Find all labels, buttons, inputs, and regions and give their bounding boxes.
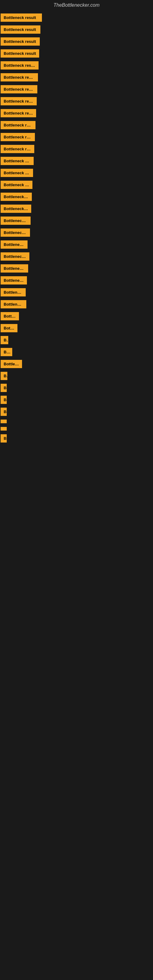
list-item: Bottler [1,310,153,322]
bottleneck-label: Bottleneck result [1,49,39,57]
list-item: Bottleneck result [1,191,153,203]
list-item: B [1,394,153,406]
bottleneck-label: Bo [1,372,7,380]
list-item: Bottleneck result [1,12,153,24]
bottleneck-label: B [1,407,7,416]
items-container: Bottleneck resultBottleneck resultBottle… [0,10,153,444]
list-item: Bottleneck result [1,24,153,35]
list-item: Bottleneck result [1,119,153,131]
bottleneck-label: Bottleneck resu [1,205,31,213]
bottleneck-label: Bottleneck result [1,61,38,70]
list-item: B [1,406,153,418]
bottleneck-label: Bottleneck result [1,145,34,153]
bottleneck-label: Bo [1,336,8,344]
bottleneck-label: Bottlene [1,360,22,368]
list-item: Bottleneck res [1,227,153,239]
list-item [1,425,153,433]
list-item: Bottleneck res [1,298,153,310]
list-item: Bott [1,346,153,358]
list-item: Bottleneck re [1,262,153,274]
bottleneck-label: Bottleneck result [1,25,40,34]
list-item: Bottleneck result [1,35,153,48]
bottleneck-label: Bottleneck result [1,121,35,129]
list-item: Bo [1,334,153,346]
bottleneck-label: Bottleneck result [1,157,33,165]
list-item: B [1,433,153,444]
bottleneck-label: Bottleneck res [1,300,26,309]
list-item: Bottleneck result [1,167,153,179]
list-item: Bottleneck r [1,239,153,250]
bottleneck-label: Bott [1,348,12,356]
bottleneck-label: Bottleneck result [1,97,37,105]
bottleneck-label: Bottleneck result [1,169,33,177]
bottleneck-label [1,427,7,431]
list-item: Bottleneck result [1,107,153,119]
bottleneck-label: Bottleneck result [1,133,35,141]
bottleneck-label [1,420,7,423]
bottleneck-label: Bottleneck [1,288,26,296]
bottleneck-label: Bottleneck result [1,13,42,22]
list-item: Bottleneck result [1,215,153,227]
list-item: Bottleneck result [1,143,153,155]
bottleneck-label: Bottleneck result [1,192,32,201]
bottleneck-label: Bottleneck result [1,216,30,225]
list-item: Bottleneck result [1,83,153,95]
list-item: Bottleneck resu [1,203,153,215]
bottleneck-label: Bottle [1,324,18,332]
bottleneck-label: Bottleneck result [1,181,32,189]
list-item: Bottleneck result [1,155,153,167]
list-item: Bottleneck result [1,59,153,72]
list-item: Bottleneck result [1,131,153,143]
list-item: Bottleneck result [1,95,153,107]
bottleneck-label: B [1,396,7,404]
list-item: Bottleneck res [1,250,153,262]
list-item: Bottleneck result [1,48,153,59]
bottleneck-label: Bottleneck res [1,252,29,261]
bottleneck-label: B [1,384,7,392]
list-item: Bottleneck result [1,179,153,191]
site-title: TheBottlenecker.com [0,0,153,10]
bottleneck-label: Bottleneck r [1,240,27,249]
bottleneck-label: Bottleneck result [1,73,38,81]
bottleneck-label: B [1,434,7,442]
list-item: Bottleneck [1,286,153,298]
list-item: B [1,382,153,394]
list-item: Bottleneck result [1,274,153,286]
bottleneck-label: Bottleneck result [1,276,27,285]
bottleneck-label: Bottleneck result [1,109,36,117]
list-item: Bottlene [1,358,153,370]
bottleneck-label: Bottleneck re [1,264,28,272]
bottleneck-label: Bottleneck res [1,229,30,237]
bottleneck-label: Bottleneck result [1,37,40,46]
bottleneck-label: Bottleneck result [1,85,37,94]
list-item: Bottleneck result [1,72,153,83]
list-item: Bo [1,370,153,382]
list-item: Bottle [1,322,153,334]
list-item [1,418,153,425]
bottleneck-label: Bottler [1,312,19,320]
